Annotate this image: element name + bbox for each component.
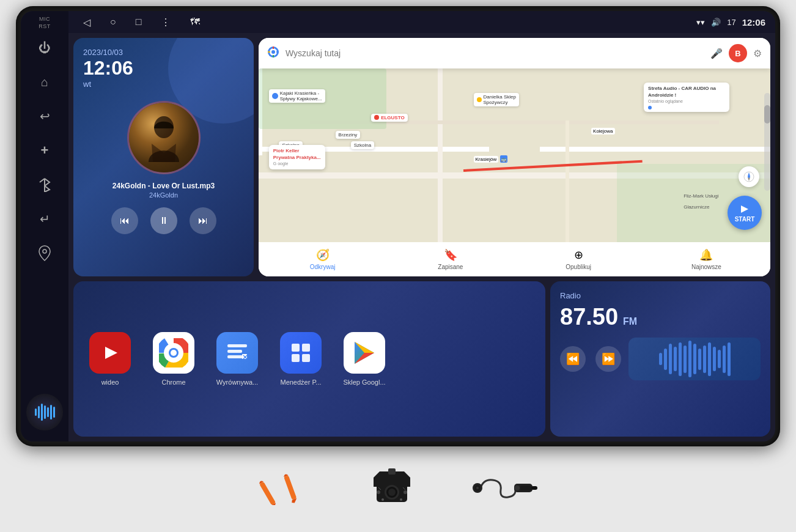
najnowsze-icon: 🔔: [699, 248, 713, 262]
map-content[interactable]: Kajaki Krasieńka -Spływy Kajakowe... Dan…: [259, 68, 770, 242]
map-label-kolejowa: Kolejowa: [591, 124, 614, 135]
svg-point-28: [388, 489, 396, 496]
map-avatar[interactable]: B: [729, 44, 747, 62]
device-frame: MIC RST ⏻ ⌂ ↩ + ↵: [16, 6, 780, 446]
music-day: wt: [83, 79, 244, 89]
radio-panel: Radio 87.50 FM ⏪ ⏩: [550, 281, 770, 437]
zapisane-icon: 🔖: [444, 248, 457, 262]
nav-maps-button[interactable]: 🗺: [185, 14, 205, 30]
svg-rect-8: [276, 51, 279, 53]
svg-rect-20: [302, 344, 310, 352]
volume-level: 17: [727, 18, 735, 27]
map-start-button[interactable]: START: [728, 196, 762, 230]
map-scrollbar: [764, 93, 770, 191]
pry-tools: [257, 471, 312, 505]
nav-home-button[interactable]: ○: [105, 14, 121, 30]
exit-side-button[interactable]: ↵: [31, 205, 58, 232]
nav-buttons: ◁ ○ □ ⋮ 🗺: [78, 14, 205, 31]
svg-point-38: [515, 486, 520, 490]
add-side-button[interactable]: +: [31, 137, 58, 164]
svg-rect-24: [284, 475, 297, 500]
map-place-elgusto: ELGUSTO: [371, 114, 408, 122]
nav-more-button[interactable]: ⋮: [156, 14, 175, 31]
app-label-chrome: Chrome: [161, 379, 185, 386]
top-row: 2023/10/03 12:06 wt: [73, 38, 770, 276]
app-item-wyrownywanie[interactable]: Wyrównywa...: [213, 332, 262, 386]
najnowsze-label: Najnowsze: [691, 264, 721, 270]
wave-bar: [659, 353, 662, 365]
apps-panel: wideo: [73, 281, 545, 437]
svg-point-29: [377, 490, 380, 494]
svg-point-30: [404, 490, 407, 494]
screen: MIC RST ⏻ ⌂ ↩ + ↵: [21, 11, 775, 441]
music-time: 12:06: [83, 57, 244, 79]
time-display: 12:06: [742, 17, 765, 28]
accessories-section: [16, 451, 780, 525]
map-settings-icon[interactable]: ⚙: [753, 48, 762, 59]
music-artist: 24kGoldn: [83, 191, 244, 199]
svg-rect-15: [227, 344, 247, 347]
app-label-video: wideo: [101, 379, 119, 386]
map-label-szkolna2: Szkolna: [351, 141, 374, 149]
prev-button[interactable]: ⏮: [111, 207, 138, 234]
svg-rect-22: [302, 354, 310, 362]
audio-button[interactable]: [26, 394, 63, 430]
radio-prev-button[interactable]: ⏪: [560, 346, 586, 372]
app-icon-sklep: [344, 332, 385, 374]
map-nav-odkrywaj[interactable]: 🧭 Odkrywaj: [259, 246, 386, 273]
back-side-button[interactable]: ↩: [31, 103, 58, 130]
power-button[interactable]: ⏻: [31, 34, 58, 61]
wave-bar: [679, 342, 682, 376]
music-panel: 2023/10/03 12:06 wt: [73, 38, 254, 276]
app-item-video[interactable]: wideo: [86, 332, 135, 386]
map-search-input[interactable]: [286, 48, 704, 58]
svg-rect-16: [227, 350, 242, 353]
info-card-title: Strefa Audio - CAR AUDIO na Androidzie !: [648, 85, 725, 98]
audio-waves: [35, 404, 55, 421]
map-search-bar: 🎤 B ⚙: [259, 38, 770, 68]
status-indicators: ▾▾ 🔊 17 12:06: [696, 17, 765, 28]
app-icon-chrome: [153, 332, 194, 374]
svg-rect-6: [273, 55, 274, 57]
map-nav-najnowsze[interactable]: 🔔 Najnowsze: [643, 246, 770, 273]
map-compass-button[interactable]: [739, 166, 759, 187]
map-nav-opublikuj[interactable]: ⊕ Opublikuj: [515, 246, 643, 273]
svg-rect-37: [531, 486, 537, 490]
rearview-camera: [361, 465, 422, 511]
map-label-brzeziny: Brzeziny: [336, 131, 361, 139]
bottom-row: wideo: [73, 281, 770, 437]
nav-recents-button[interactable]: □: [131, 14, 147, 30]
wave-bar: [703, 345, 706, 373]
map-piotr-card: Piotr KellerPrywatna Praktyka... Google: [269, 145, 325, 169]
wave-bar: [693, 344, 696, 374]
radio-controls: ⏪ ⏩: [560, 346, 621, 372]
app-icon-menedzer: [280, 332, 322, 374]
map-mic-icon[interactable]: 🎤: [710, 48, 723, 59]
wave-bar: [674, 347, 677, 371]
wave-bar: [684, 345, 687, 373]
app-label-wyrownywanie: Wyrównywa...: [216, 379, 258, 386]
radio-title: Radio: [560, 291, 761, 300]
home-side-button[interactable]: ⌂: [31, 68, 58, 95]
nav-back-button[interactable]: ◁: [78, 14, 95, 31]
radio-waveform: [628, 338, 761, 380]
map-info-card: Strefa Audio - CAR AUDIO na Androidzie !…: [644, 83, 729, 112]
info-card-subtitle: Ostatnio oglądane: [648, 98, 725, 105]
map-nav-zapisane[interactable]: 🔖 Zapisane: [386, 246, 514, 273]
next-button[interactable]: ⏭: [190, 207, 216, 234]
app-item-chrome[interactable]: Chrome: [149, 332, 198, 386]
svg-point-14: [171, 350, 177, 356]
main-area: ◁ ○ □ ⋮ 🗺 ▾▾ 🔊 17 12:06: [68, 11, 775, 441]
svg-rect-5: [273, 46, 274, 49]
app-item-sklep[interactable]: Sklep Googl...: [340, 332, 389, 386]
svg-point-0: [43, 249, 46, 253]
radio-frequency-display: 87.50 FM: [560, 304, 761, 330]
svg-point-42: [476, 487, 479, 489]
map-place-kajaki: Kajaki Krasieńka -Spływy Kajakowe...: [269, 89, 325, 103]
play-pause-button[interactable]: ⏸: [150, 207, 177, 234]
app-icon-wyrownywanie: [216, 332, 258, 374]
radio-next-button[interactable]: ⏩: [595, 346, 621, 372]
app-item-menedzer[interactable]: Menedżer P...: [276, 332, 325, 386]
bluetooth-button[interactable]: [31, 171, 58, 198]
location-button[interactable]: [31, 240, 58, 267]
